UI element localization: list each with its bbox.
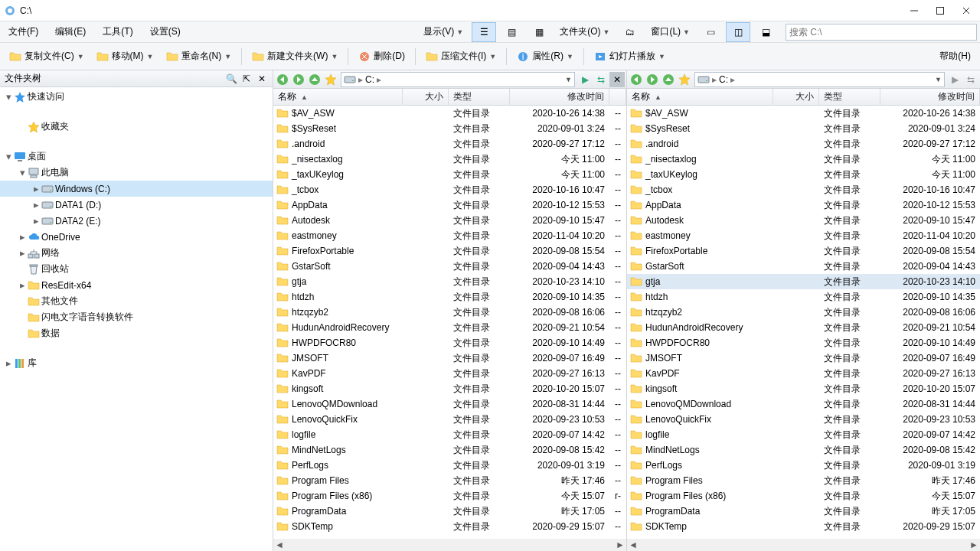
file-row[interactable]: Autodesk文件目录2020-09-10 15:47-- — [273, 213, 626, 228]
file-row[interactable]: kingsoft文件目录2020-10-20 15:07-- — [273, 381, 626, 396]
file-row[interactable]: HWPDFOCR80文件目录2020-09-10 14:49 — [627, 335, 980, 350]
file-row[interactable]: FirefoxPortable文件目录2020-09-08 15:54 — [627, 243, 980, 259]
window-menu[interactable]: 窗口(L)▼ — [645, 22, 695, 41]
tree-node[interactable]: 其他文件 — [0, 293, 273, 309]
view-menu[interactable]: 显示(V)▼ — [418, 22, 469, 41]
hscroll[interactable]: ◄► — [627, 539, 980, 551]
tree-node[interactable]: ▸ResEdit-x64 — [0, 277, 273, 293]
file-row[interactable]: htdzh文件目录2020-09-10 14:35-- — [273, 289, 626, 305]
tree-node[interactable]: 闪电文字语音转换软件 — [0, 309, 273, 325]
file-row[interactable]: PerfLogs文件目录2020-09-01 3:19 — [627, 458, 980, 473]
close-button[interactable] — [960, 5, 972, 17]
tree-sync-icon[interactable]: ⇱ — [240, 73, 253, 84]
file-row[interactable]: _nisectaxlog文件目录今天 11:00-- — [273, 152, 626, 167]
tree-node[interactable]: 回收站 — [0, 261, 273, 277]
panel-single[interactable]: ▭ — [698, 22, 723, 42]
file-row[interactable]: kingsoft文件目录2020-10-20 15:07 — [627, 381, 980, 396]
tree-node[interactable]: ▸DATA1 (D:) — [0, 197, 273, 213]
file-row[interactable]: AppData文件目录2020-10-12 15:53-- — [273, 197, 626, 213]
nav-forward[interactable] — [645, 72, 660, 87]
rename-button[interactable]: 重命名(N)▼ — [162, 47, 237, 65]
col-size[interactable]: 大小 — [403, 89, 449, 105]
file-row[interactable]: KavPDF文件目录2020-09-27 16:13-- — [273, 366, 626, 381]
help-button[interactable]: 帮助(H) — [935, 47, 975, 65]
nav-up[interactable] — [661, 72, 676, 87]
nav-play[interactable]: ▶ — [947, 72, 962, 87]
file-row[interactable]: SDKTemp文件目录2020-09-29 15:07-- — [273, 519, 626, 534]
menu-item[interactable]: 设置(S) — [145, 23, 186, 41]
file-row[interactable]: GstarSoft文件目录2020-09-04 14:43-- — [273, 259, 626, 274]
folder-menu[interactable]: 文件夹(O)▼ — [554, 22, 615, 41]
col-name[interactable]: 名称 ▲ — [273, 89, 403, 105]
file-row[interactable]: Program Files (x86)文件目录今天 15:07r- — [273, 488, 626, 504]
file-row[interactable]: $AV_ASW文件目录2020-10-26 14:38-- — [273, 106, 626, 121]
panel-dual[interactable]: ◫ — [726, 22, 750, 42]
tree-node[interactable]: ▸库 — [0, 355, 273, 371]
nav-swap[interactable]: ⇆ — [963, 72, 978, 87]
file-row[interactable]: HudunAndroidRecovery文件目录2020-09-21 10:54… — [273, 320, 626, 335]
file-row[interactable]: JMSOFT文件目录2020-09-07 16:49-- — [273, 350, 626, 366]
tree-search-icon[interactable]: 🔍 — [225, 73, 237, 84]
file-row[interactable]: .android文件目录2020-09-27 17:12 — [627, 136, 980, 152]
file-row[interactable]: _nisectaxlog文件目录今天 11:00 — [627, 152, 980, 167]
breadcrumb[interactable]: ▸C:▸ ▼ — [341, 72, 575, 87]
file-row[interactable]: _tcbox文件目录2020-10-16 10:47 — [627, 182, 980, 197]
file-row[interactable]: JMSOFT文件目录2020-09-07 16:49 — [627, 350, 980, 366]
file-row[interactable]: HWPDFOCR80文件目录2020-09-10 14:49-- — [273, 335, 626, 350]
col-attr[interactable] — [609, 89, 626, 105]
file-row[interactable]: GstarSoft文件目录2020-09-04 14:43 — [627, 259, 980, 274]
file-row[interactable]: _taxUKeylog文件目录今天 11:00-- — [273, 167, 626, 182]
tree-node[interactable]: ▸Windows (C:) — [0, 181, 273, 197]
file-row[interactable]: logfile文件目录2020-09-07 14:42 — [627, 427, 980, 442]
nav-swap[interactable]: ⇆ — [593, 72, 609, 87]
file-row[interactable]: $SysReset文件目录2020-09-01 3:24 — [627, 121, 980, 136]
nav-forward[interactable] — [291, 72, 306, 87]
file-row[interactable]: ProgramData文件目录昨天 17:05 — [627, 504, 980, 519]
slideshow-button[interactable]: 幻灯片播放▼ — [590, 47, 670, 65]
col-type[interactable]: 类型 — [449, 89, 510, 105]
tree-node[interactable]: ▾快速访问 — [0, 89, 273, 105]
file-row[interactable]: logfile文件目录2020-09-07 14:42-- — [273, 427, 626, 442]
tree-node[interactable]: ▸OneDrive — [0, 229, 273, 245]
maximize-button[interactable] — [934, 5, 946, 17]
file-row[interactable]: Program Files (x86)文件目录今天 15:07 — [627, 488, 980, 504]
tree-node[interactable]: 收藏夹 — [0, 119, 273, 135]
file-row[interactable]: _tcbox文件目录2020-10-16 10:47-- — [273, 182, 626, 197]
file-row[interactable]: PerfLogs文件目录2020-09-01 3:19-- — [273, 458, 626, 473]
search-input[interactable] — [786, 24, 977, 41]
file-row[interactable]: _taxUKeylog文件目录今天 11:00 — [627, 167, 980, 182]
file-row[interactable]: SDKTemp文件目录2020-09-29 15:07 — [627, 519, 980, 534]
breadcrumb[interactable]: ▸C:▸ ▼ — [694, 72, 945, 87]
nav-back[interactable] — [275, 72, 290, 87]
menu-item[interactable]: 编辑(E) — [50, 23, 91, 41]
newfolder-button[interactable]: 新建文件夹(W)▼ — [247, 47, 342, 65]
folder-options[interactable]: 🗂 — [618, 22, 642, 42]
panel-triple[interactable]: ⬓ — [753, 22, 778, 42]
copy-button[interactable]: 复制文件(C)▼ — [5, 47, 89, 65]
file-row[interactable]: gtja文件目录2020-10-23 14:10-- — [273, 274, 626, 289]
file-row[interactable]: MindNetLogs文件目录2020-09-08 15:42 — [627, 442, 980, 458]
tree-node[interactable]: ▾桌面 — [0, 148, 273, 165]
hscroll[interactable]: ◄► — [273, 539, 626, 551]
viewmode-details[interactable]: ☰ — [472, 22, 496, 42]
file-row[interactable]: htdzh文件目录2020-09-10 14:35 — [627, 289, 980, 305]
tree-node[interactable]: ▸网络 — [0, 245, 273, 261]
file-row[interactable]: gtja文件目录2020-10-23 14:10 — [627, 274, 980, 289]
file-row[interactable]: htzqzyb2文件目录2020-09-08 16:06 — [627, 305, 980, 320]
col-size[interactable]: 大小 — [773, 89, 819, 105]
file-row[interactable]: Program Files文件目录昨天 17:46-- — [273, 473, 626, 488]
file-row[interactable]: LenovoQMDownload文件目录2020-08-31 14:44-- — [273, 396, 626, 412]
nav-fav[interactable] — [677, 72, 692, 87]
minimize-button[interactable] — [908, 5, 920, 17]
file-row[interactable]: LenovoQuickFix文件目录2020-09-23 10:53-- — [273, 412, 626, 427]
viewmode-list[interactable]: ▤ — [499, 22, 524, 42]
menu-item[interactable]: 工具(T) — [97, 23, 138, 41]
file-row[interactable]: LenovoQuickFix文件目录2020-09-23 10:53 — [627, 412, 980, 427]
nav-close[interactable]: ✕ — [609, 72, 625, 87]
file-row[interactable]: Program Files文件目录昨天 17:46 — [627, 473, 980, 488]
file-row[interactable]: HudunAndroidRecovery文件目录2020-09-21 10:54 — [627, 320, 980, 335]
nav-play[interactable]: ▶ — [577, 72, 593, 87]
file-row[interactable]: FirefoxPortable文件目录2020-09-08 15:54-- — [273, 243, 626, 259]
col-date[interactable]: 修改时间 — [510, 89, 609, 105]
tree-node[interactable]: 数据 — [0, 325, 273, 341]
